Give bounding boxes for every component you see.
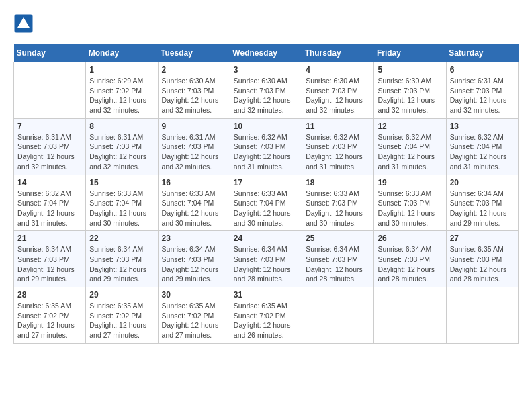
calendar-cell: 26Sunrise: 6:34 AM Sunset: 7:03 PM Dayli… (374, 231, 446, 287)
day-number: 18 (306, 178, 370, 187)
cell-info: Sunrise: 6:34 AM Sunset: 7:03 PM Dayligh… (89, 244, 154, 284)
day-number: 3 (234, 65, 298, 75)
cell-info: Sunrise: 6:31 AM Sunset: 7:03 PM Dayligh… (162, 132, 226, 172)
cell-info: Sunrise: 6:35 AM Sunset: 7:02 PM Dayligh… (89, 301, 154, 340)
day-number: 13 (450, 122, 515, 131)
calendar-cell: 23Sunrise: 6:34 AM Sunset: 7:03 PM Dayli… (158, 231, 230, 287)
day-number: 6 (450, 65, 515, 75)
cell-info: Sunrise: 6:34 AM Sunset: 7:03 PM Dayligh… (378, 244, 442, 284)
calendar-cell: 5Sunrise: 6:30 AM Sunset: 7:03 PM Daylig… (374, 62, 446, 119)
cell-info: Sunrise: 6:34 AM Sunset: 7:03 PM Dayligh… (162, 244, 226, 284)
cell-info: Sunrise: 6:35 AM Sunset: 7:03 PM Dayligh… (450, 244, 515, 284)
day-number: 20 (450, 178, 515, 187)
day-number: 25 (306, 234, 370, 243)
day-number: 19 (378, 178, 442, 187)
cell-info: Sunrise: 6:31 AM Sunset: 7:03 PM Dayligh… (450, 76, 515, 116)
cell-info: Sunrise: 6:33 AM Sunset: 7:03 PM Dayligh… (306, 189, 370, 228)
calendar-cell: 25Sunrise: 6:34 AM Sunset: 7:03 PM Dayli… (302, 231, 374, 287)
day-number: 10 (234, 122, 298, 131)
calendar-cell: 31Sunrise: 6:35 AM Sunset: 7:02 PM Dayli… (230, 287, 302, 344)
day-number: 30 (162, 290, 226, 300)
cell-info: Sunrise: 6:32 AM Sunset: 7:03 PM Dayligh… (306, 132, 370, 172)
cell-info: Sunrise: 6:31 AM Sunset: 7:03 PM Dayligh… (17, 132, 82, 172)
cell-info: Sunrise: 6:33 AM Sunset: 7:03 PM Dayligh… (378, 189, 442, 228)
calendar-header-row: SundayMondayTuesdayWednesdayThursdayFrid… (14, 44, 519, 62)
calendar-cell (14, 62, 86, 119)
cell-info: Sunrise: 6:31 AM Sunset: 7:03 PM Dayligh… (89, 132, 154, 172)
day-number: 11 (306, 122, 370, 131)
calendar-cell: 3Sunrise: 6:30 AM Sunset: 7:03 PM Daylig… (230, 62, 302, 119)
day-number: 27 (450, 234, 515, 243)
calendar-cell: 20Sunrise: 6:34 AM Sunset: 7:03 PM Dayli… (446, 175, 518, 231)
cell-info: Sunrise: 6:29 AM Sunset: 7:02 PM Dayligh… (89, 76, 154, 116)
cell-info: Sunrise: 6:30 AM Sunset: 7:03 PM Dayligh… (378, 76, 442, 116)
day-number: 2 (162, 65, 226, 75)
calendar-cell: 29Sunrise: 6:35 AM Sunset: 7:02 PM Dayli… (86, 287, 158, 344)
day-number: 29 (89, 290, 154, 300)
cell-info: Sunrise: 6:32 AM Sunset: 7:04 PM Dayligh… (450, 132, 515, 172)
cell-info: Sunrise: 6:35 AM Sunset: 7:02 PM Dayligh… (17, 301, 82, 340)
header-saturday: Saturday (446, 44, 518, 62)
calendar-cell: 22Sunrise: 6:34 AM Sunset: 7:03 PM Dayli… (86, 231, 158, 287)
header-sunday: Sunday (14, 44, 86, 62)
day-number: 7 (17, 122, 82, 131)
calendar-week-4: 21Sunrise: 6:34 AM Sunset: 7:03 PM Dayli… (14, 231, 519, 287)
cell-info: Sunrise: 6:34 AM Sunset: 7:03 PM Dayligh… (306, 244, 370, 284)
calendar-cell: 28Sunrise: 6:35 AM Sunset: 7:02 PM Dayli… (14, 287, 86, 344)
day-number: 4 (306, 65, 370, 75)
cell-info: Sunrise: 6:34 AM Sunset: 7:03 PM Dayligh… (234, 244, 298, 284)
calendar-cell: 24Sunrise: 6:34 AM Sunset: 7:03 PM Dayli… (230, 231, 302, 287)
day-number: 22 (89, 234, 154, 243)
cell-info: Sunrise: 6:30 AM Sunset: 7:03 PM Dayligh… (306, 76, 370, 116)
cell-info: Sunrise: 6:33 AM Sunset: 7:04 PM Dayligh… (89, 189, 154, 228)
day-number: 23 (162, 234, 226, 243)
header-friday: Friday (374, 44, 446, 62)
calendar-cell: 21Sunrise: 6:34 AM Sunset: 7:03 PM Dayli… (14, 231, 86, 287)
cell-info: Sunrise: 6:32 AM Sunset: 7:03 PM Dayligh… (234, 132, 298, 172)
cell-info: Sunrise: 6:32 AM Sunset: 7:04 PM Dayligh… (17, 189, 82, 228)
calendar-cell: 7Sunrise: 6:31 AM Sunset: 7:03 PM Daylig… (14, 118, 86, 175)
calendar-cell: 8Sunrise: 6:31 AM Sunset: 7:03 PM Daylig… (86, 118, 158, 175)
day-number: 31 (234, 290, 298, 300)
calendar-cell: 4Sunrise: 6:30 AM Sunset: 7:03 PM Daylig… (302, 62, 374, 119)
cell-info: Sunrise: 6:34 AM Sunset: 7:03 PM Dayligh… (450, 189, 515, 228)
cell-info: Sunrise: 6:34 AM Sunset: 7:03 PM Dayligh… (17, 244, 82, 284)
calendar-cell (374, 287, 446, 344)
calendar-cell: 12Sunrise: 6:32 AM Sunset: 7:04 PM Dayli… (374, 118, 446, 175)
calendar-cell: 18Sunrise: 6:33 AM Sunset: 7:03 PM Dayli… (302, 175, 374, 231)
cell-info: Sunrise: 6:33 AM Sunset: 7:04 PM Dayligh… (162, 189, 226, 228)
cell-info: Sunrise: 6:30 AM Sunset: 7:03 PM Dayligh… (162, 76, 226, 116)
day-number: 1 (89, 65, 154, 75)
calendar-cell: 27Sunrise: 6:35 AM Sunset: 7:03 PM Dayli… (446, 231, 518, 287)
day-number: 17 (234, 178, 298, 187)
day-number: 5 (378, 65, 442, 75)
day-number: 28 (17, 290, 82, 300)
calendar-cell: 10Sunrise: 6:32 AM Sunset: 7:03 PM Dayli… (230, 118, 302, 175)
calendar-cell: 14Sunrise: 6:32 AM Sunset: 7:04 PM Dayli… (14, 175, 86, 231)
day-number: 26 (378, 234, 442, 243)
calendar-cell: 2Sunrise: 6:30 AM Sunset: 7:03 PM Daylig… (158, 62, 230, 119)
logo (13, 13, 36, 34)
day-number: 16 (162, 178, 226, 187)
day-number: 15 (89, 178, 154, 187)
calendar-cell (302, 287, 374, 344)
cell-info: Sunrise: 6:33 AM Sunset: 7:04 PM Dayligh… (234, 189, 298, 228)
logo-icon (13, 13, 34, 34)
day-number: 8 (89, 122, 154, 131)
page-header (13, 13, 519, 34)
calendar-cell: 13Sunrise: 6:32 AM Sunset: 7:04 PM Dayli… (446, 118, 518, 175)
calendar-cell: 16Sunrise: 6:33 AM Sunset: 7:04 PM Dayli… (158, 175, 230, 231)
calendar-week-5: 28Sunrise: 6:35 AM Sunset: 7:02 PM Dayli… (14, 287, 519, 344)
calendar-cell: 1Sunrise: 6:29 AM Sunset: 7:02 PM Daylig… (86, 62, 158, 119)
header-monday: Monday (86, 44, 158, 62)
calendar-cell: 15Sunrise: 6:33 AM Sunset: 7:04 PM Dayli… (86, 175, 158, 231)
day-number: 24 (234, 234, 298, 243)
calendar-week-2: 7Sunrise: 6:31 AM Sunset: 7:03 PM Daylig… (14, 118, 519, 175)
day-number: 21 (17, 234, 82, 243)
calendar-cell: 19Sunrise: 6:33 AM Sunset: 7:03 PM Dayli… (374, 175, 446, 231)
header-thursday: Thursday (302, 44, 374, 62)
cell-info: Sunrise: 6:30 AM Sunset: 7:03 PM Dayligh… (234, 76, 298, 116)
calendar-cell: 11Sunrise: 6:32 AM Sunset: 7:03 PM Dayli… (302, 118, 374, 175)
day-number: 12 (378, 122, 442, 131)
header-wednesday: Wednesday (230, 44, 302, 62)
